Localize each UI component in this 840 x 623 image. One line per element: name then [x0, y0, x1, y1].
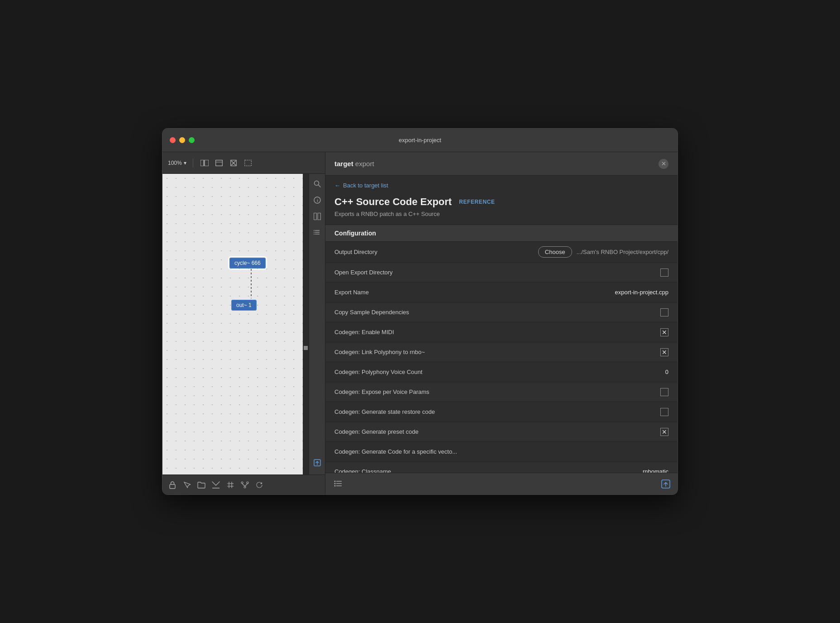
config-label-expose-per-voice: Codegen: Expose per Voice Params [334, 388, 660, 395]
selection-icon[interactable] [181, 479, 192, 490]
svg-line-32 [245, 484, 248, 486]
back-to-target-list-link[interactable]: ← Back to target list [325, 176, 678, 193]
checkbox-open-export-directory[interactable] [660, 268, 668, 277]
titlebar: export-in-project [162, 129, 678, 152]
close-button[interactable] [170, 137, 176, 143]
level-meter [303, 174, 309, 474]
app-window: export-in-project 100% ▾ [162, 128, 678, 495]
config-value-polyphony-voice-count: 0 [665, 369, 668, 375]
cycle-node[interactable]: cycle~ 666 [229, 258, 266, 268]
config-label-specific-vector: Codegen: Generate Code for a specific ve… [334, 448, 668, 455]
config-label-export-name: Export Name [334, 289, 615, 296]
svg-point-37 [334, 483, 336, 484]
svg-point-38 [334, 485, 336, 486]
reference-link[interactable]: REFERENCE [459, 199, 495, 205]
checkbox-enable-midi[interactable]: ✕ [660, 328, 668, 336]
config-row-export-name: Export Name export-in-project.cpp [325, 283, 678, 302]
svg-line-31 [242, 484, 245, 486]
level-knob[interactable] [304, 346, 308, 350]
out-node-label: out~ 1 [236, 302, 252, 308]
toolbar-icon-1[interactable] [200, 158, 210, 168]
back-arrow-icon: ← [334, 182, 340, 189]
canvas-toolbar: 100% ▾ [162, 152, 325, 174]
cut-icon[interactable] [210, 479, 221, 490]
zoom-level: 100% [168, 160, 182, 166]
right-panel: target export ✕ ← Back to target list C+… [325, 152, 678, 494]
patch-canvas[interactable]: cycle~ 666 out~ 1 i [162, 174, 325, 474]
svg-rect-2 [215, 160, 222, 166]
target-label: target [334, 160, 353, 168]
checkbox-preset-code[interactable]: ✕ [660, 428, 668, 436]
svg-rect-1 [205, 160, 209, 166]
window-title: export-in-project [399, 137, 441, 144]
config-header: Configuration [325, 225, 678, 242]
config-value-output-directory: .../Sam's RNBO Project/export/cpp/ [577, 249, 668, 255]
svg-point-29 [247, 482, 248, 484]
config-row-enable-midi: Codegen: Enable MIDI ✕ [325, 322, 678, 342]
panel-header: target export ✕ [325, 152, 678, 176]
config-section: Configuration Output Directory Choose ..… [325, 225, 678, 473]
traffic-lights [170, 137, 195, 143]
config-label-open-export-directory: Open Export Directory [334, 269, 660, 276]
config-row-link-polyphony: Codegen: Link Polyphony to rnbo~ ✕ [325, 342, 678, 362]
main-content: 100% ▾ [162, 152, 678, 494]
config-label-preset-code: Codegen: Generate preset code [334, 428, 660, 435]
config-label-copy-sample-dependencies: Copy Sample Dependencies [334, 309, 660, 316]
config-row-output-directory: Output Directory Choose .../Sam's RNBO P… [325, 242, 678, 263]
zoom-control[interactable]: 100% ▾ [168, 160, 186, 166]
svg-rect-22 [170, 484, 175, 489]
lock-icon[interactable] [167, 479, 178, 490]
branch-icon[interactable] [239, 479, 250, 490]
config-row-classname: Codegen: Classname rnbomatic [325, 462, 678, 473]
svg-rect-13 [314, 213, 316, 220]
canvas-bottom-toolbar [162, 474, 325, 494]
checkbox-state-restore[interactable] [660, 408, 668, 416]
svg-point-19 [314, 232, 315, 233]
target-value: export [355, 160, 374, 168]
patch-wire [162, 174, 325, 474]
export-title: C++ Source Code Export [334, 196, 452, 208]
zoom-dropdown-arrow: ▾ [184, 160, 186, 166]
info-icon[interactable]: i [311, 194, 324, 206]
config-row-preset-code: Codegen: Generate preset code ✕ [325, 422, 678, 442]
svg-line-10 [318, 185, 320, 187]
list-icon[interactable] [311, 226, 324, 239]
checkbox-link-polyphony[interactable]: ✕ [660, 348, 668, 356]
config-label-enable-midi: Codegen: Enable MIDI [334, 329, 660, 335]
fullscreen-button[interactable] [189, 137, 195, 143]
svg-point-20 [314, 234, 315, 235]
refresh-icon[interactable] [254, 479, 265, 490]
config-row-copy-sample-dependencies: Copy Sample Dependencies [325, 302, 678, 322]
toolbar-icon-2[interactable] [214, 158, 224, 168]
panel-footer [325, 473, 678, 494]
svg-rect-14 [318, 213, 321, 220]
panel-close-button[interactable]: ✕ [659, 159, 668, 169]
footer-export-button[interactable] [661, 479, 670, 489]
out-node[interactable]: out~ 1 [231, 300, 257, 311]
svg-point-28 [241, 482, 243, 484]
svg-point-36 [334, 480, 336, 482]
toolbar-icon-4[interactable] [243, 158, 253, 168]
config-value-classname: rnbomatic [643, 468, 668, 473]
export-icon[interactable] [311, 456, 324, 469]
checkbox-expose-per-voice[interactable] [660, 388, 668, 396]
split-icon[interactable] [311, 210, 324, 223]
config-row-expose-per-voice: Codegen: Expose per Voice Params [325, 382, 678, 402]
config-row-specific-vector: Codegen: Generate Code for a specific ve… [325, 442, 678, 462]
export-description: Exports a RNBO patch as a C++ Source [325, 211, 678, 225]
svg-rect-7 [244, 160, 251, 166]
panel-header-title: target export [334, 160, 374, 168]
checkbox-copy-sample-dependencies[interactable] [660, 308, 668, 316]
config-label-link-polyphony: Codegen: Link Polyphony to rnbo~ [334, 349, 660, 355]
toolbar-icon-3[interactable] [229, 158, 239, 168]
config-label-output-directory: Output Directory [334, 249, 538, 255]
config-value-export-name: export-in-project.cpp [615, 289, 669, 296]
svg-rect-0 [200, 160, 204, 166]
folder-icon[interactable] [196, 479, 207, 490]
grid-icon[interactable] [225, 479, 236, 490]
minimize-button[interactable] [179, 137, 185, 143]
search-icon[interactable] [311, 177, 324, 190]
footer-list-icon[interactable] [333, 479, 344, 489]
choose-button[interactable]: Choose [538, 246, 572, 258]
svg-text:i: i [317, 198, 318, 203]
